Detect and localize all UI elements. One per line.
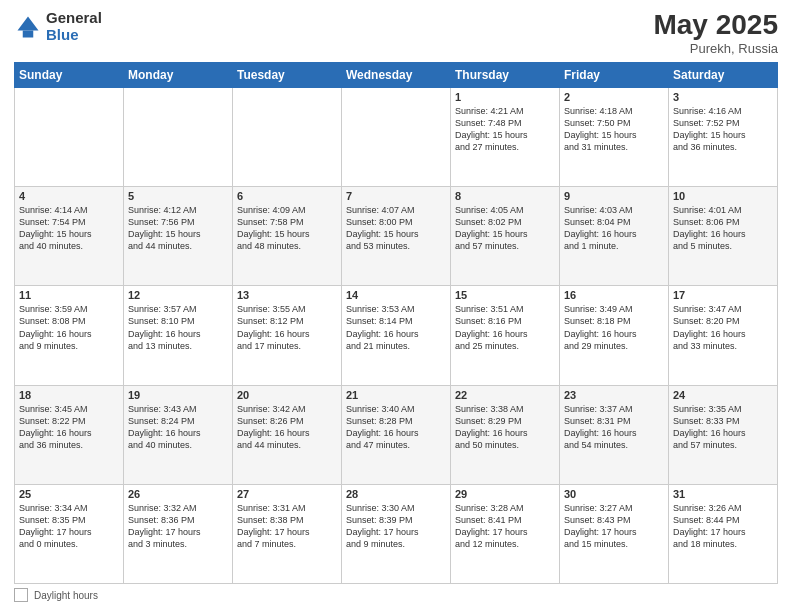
day-number: 21 <box>346 389 446 401</box>
svg-rect-1 <box>23 30 34 37</box>
weekday-header-friday: Friday <box>560 62 669 87</box>
day-number: 7 <box>346 190 446 202</box>
weekday-header-wednesday: Wednesday <box>342 62 451 87</box>
day-info: Sunrise: 4:12 AM Sunset: 7:56 PM Dayligh… <box>128 204 228 253</box>
calendar-cell: 9Sunrise: 4:03 AM Sunset: 8:04 PM Daylig… <box>560 187 669 286</box>
logo-icon <box>14 13 42 41</box>
day-number: 5 <box>128 190 228 202</box>
weekday-header-tuesday: Tuesday <box>233 62 342 87</box>
day-info: Sunrise: 4:09 AM Sunset: 7:58 PM Dayligh… <box>237 204 337 253</box>
day-info: Sunrise: 3:30 AM Sunset: 8:39 PM Dayligh… <box>346 502 446 551</box>
day-info: Sunrise: 4:18 AM Sunset: 7:50 PM Dayligh… <box>564 105 664 154</box>
day-number: 29 <box>455 488 555 500</box>
calendar-cell: 24Sunrise: 3:35 AM Sunset: 8:33 PM Dayli… <box>669 385 778 484</box>
day-info: Sunrise: 3:55 AM Sunset: 8:12 PM Dayligh… <box>237 303 337 352</box>
day-number: 17 <box>673 289 773 301</box>
calendar-cell: 21Sunrise: 3:40 AM Sunset: 8:28 PM Dayli… <box>342 385 451 484</box>
day-number: 14 <box>346 289 446 301</box>
month-title: May 2025 <box>653 10 778 41</box>
day-number: 12 <box>128 289 228 301</box>
day-info: Sunrise: 3:32 AM Sunset: 8:36 PM Dayligh… <box>128 502 228 551</box>
day-number: 30 <box>564 488 664 500</box>
calendar-cell: 5Sunrise: 4:12 AM Sunset: 7:56 PM Daylig… <box>124 187 233 286</box>
daylight-box <box>14 588 28 602</box>
svg-marker-0 <box>18 16 39 30</box>
calendar-cell <box>124 87 233 186</box>
calendar-week-row: 25Sunrise: 3:34 AM Sunset: 8:35 PM Dayli… <box>15 484 778 583</box>
day-info: Sunrise: 3:28 AM Sunset: 8:41 PM Dayligh… <box>455 502 555 551</box>
title-block: May 2025 Purekh, Russia <box>653 10 778 56</box>
calendar-cell: 27Sunrise: 3:31 AM Sunset: 8:38 PM Dayli… <box>233 484 342 583</box>
day-info: Sunrise: 3:38 AM Sunset: 8:29 PM Dayligh… <box>455 403 555 452</box>
weekday-header-saturday: Saturday <box>669 62 778 87</box>
day-info: Sunrise: 3:31 AM Sunset: 8:38 PM Dayligh… <box>237 502 337 551</box>
calendar-cell: 1Sunrise: 4:21 AM Sunset: 7:48 PM Daylig… <box>451 87 560 186</box>
calendar-cell <box>15 87 124 186</box>
day-number: 31 <box>673 488 773 500</box>
day-number: 23 <box>564 389 664 401</box>
weekday-header-sunday: Sunday <box>15 62 124 87</box>
day-info: Sunrise: 3:27 AM Sunset: 8:43 PM Dayligh… <box>564 502 664 551</box>
day-info: Sunrise: 3:26 AM Sunset: 8:44 PM Dayligh… <box>673 502 773 551</box>
day-info: Sunrise: 4:07 AM Sunset: 8:00 PM Dayligh… <box>346 204 446 253</box>
day-info: Sunrise: 4:03 AM Sunset: 8:04 PM Dayligh… <box>564 204 664 253</box>
day-info: Sunrise: 3:57 AM Sunset: 8:10 PM Dayligh… <box>128 303 228 352</box>
calendar-cell: 23Sunrise: 3:37 AM Sunset: 8:31 PM Dayli… <box>560 385 669 484</box>
calendar-cell <box>342 87 451 186</box>
calendar-cell: 26Sunrise: 3:32 AM Sunset: 8:36 PM Dayli… <box>124 484 233 583</box>
daylight-label: Daylight hours <box>34 590 98 601</box>
calendar-cell: 18Sunrise: 3:45 AM Sunset: 8:22 PM Dayli… <box>15 385 124 484</box>
calendar-header-row: SundayMondayTuesdayWednesdayThursdayFrid… <box>15 62 778 87</box>
day-info: Sunrise: 3:51 AM Sunset: 8:16 PM Dayligh… <box>455 303 555 352</box>
day-info: Sunrise: 3:49 AM Sunset: 8:18 PM Dayligh… <box>564 303 664 352</box>
calendar-cell: 10Sunrise: 4:01 AM Sunset: 8:06 PM Dayli… <box>669 187 778 286</box>
calendar-cell: 29Sunrise: 3:28 AM Sunset: 8:41 PM Dayli… <box>451 484 560 583</box>
day-number: 1 <box>455 91 555 103</box>
calendar-cell: 13Sunrise: 3:55 AM Sunset: 8:12 PM Dayli… <box>233 286 342 385</box>
day-info: Sunrise: 3:47 AM Sunset: 8:20 PM Dayligh… <box>673 303 773 352</box>
calendar-cell: 4Sunrise: 4:14 AM Sunset: 7:54 PM Daylig… <box>15 187 124 286</box>
day-info: Sunrise: 4:05 AM Sunset: 8:02 PM Dayligh… <box>455 204 555 253</box>
day-number: 3 <box>673 91 773 103</box>
location: Purekh, Russia <box>653 41 778 56</box>
calendar-week-row: 18Sunrise: 3:45 AM Sunset: 8:22 PM Dayli… <box>15 385 778 484</box>
day-info: Sunrise: 3:34 AM Sunset: 8:35 PM Dayligh… <box>19 502 119 551</box>
calendar-cell: 2Sunrise: 4:18 AM Sunset: 7:50 PM Daylig… <box>560 87 669 186</box>
day-number: 4 <box>19 190 119 202</box>
day-info: Sunrise: 3:35 AM Sunset: 8:33 PM Dayligh… <box>673 403 773 452</box>
calendar-cell: 14Sunrise: 3:53 AM Sunset: 8:14 PM Dayli… <box>342 286 451 385</box>
day-number: 26 <box>128 488 228 500</box>
day-info: Sunrise: 3:45 AM Sunset: 8:22 PM Dayligh… <box>19 403 119 452</box>
logo-general: General <box>46 9 102 26</box>
calendar-cell: 19Sunrise: 3:43 AM Sunset: 8:24 PM Dayli… <box>124 385 233 484</box>
calendar-cell: 7Sunrise: 4:07 AM Sunset: 8:00 PM Daylig… <box>342 187 451 286</box>
day-number: 2 <box>564 91 664 103</box>
calendar-cell: 3Sunrise: 4:16 AM Sunset: 7:52 PM Daylig… <box>669 87 778 186</box>
calendar-cell: 16Sunrise: 3:49 AM Sunset: 8:18 PM Dayli… <box>560 286 669 385</box>
calendar-cell: 11Sunrise: 3:59 AM Sunset: 8:08 PM Dayli… <box>15 286 124 385</box>
logo: General Blue <box>14 10 102 43</box>
calendar-table: SundayMondayTuesdayWednesdayThursdayFrid… <box>14 62 778 584</box>
day-info: Sunrise: 3:43 AM Sunset: 8:24 PM Dayligh… <box>128 403 228 452</box>
calendar-cell: 30Sunrise: 3:27 AM Sunset: 8:43 PM Dayli… <box>560 484 669 583</box>
calendar-cell <box>233 87 342 186</box>
logo-blue: Blue <box>46 26 79 43</box>
day-number: 8 <box>455 190 555 202</box>
day-number: 10 <box>673 190 773 202</box>
page: General Blue May 2025 Purekh, Russia Sun… <box>0 0 792 612</box>
calendar-cell: 15Sunrise: 3:51 AM Sunset: 8:16 PM Dayli… <box>451 286 560 385</box>
calendar-cell: 8Sunrise: 4:05 AM Sunset: 8:02 PM Daylig… <box>451 187 560 286</box>
day-number: 6 <box>237 190 337 202</box>
calendar-cell: 28Sunrise: 3:30 AM Sunset: 8:39 PM Dayli… <box>342 484 451 583</box>
day-number: 11 <box>19 289 119 301</box>
day-number: 25 <box>19 488 119 500</box>
calendar-cell: 12Sunrise: 3:57 AM Sunset: 8:10 PM Dayli… <box>124 286 233 385</box>
day-number: 18 <box>19 389 119 401</box>
footer: Daylight hours <box>14 588 778 602</box>
logo-text: General Blue <box>46 10 102 43</box>
calendar-cell: 17Sunrise: 3:47 AM Sunset: 8:20 PM Dayli… <box>669 286 778 385</box>
day-number: 9 <box>564 190 664 202</box>
calendar-cell: 22Sunrise: 3:38 AM Sunset: 8:29 PM Dayli… <box>451 385 560 484</box>
header: General Blue May 2025 Purekh, Russia <box>14 10 778 56</box>
calendar-week-row: 1Sunrise: 4:21 AM Sunset: 7:48 PM Daylig… <box>15 87 778 186</box>
